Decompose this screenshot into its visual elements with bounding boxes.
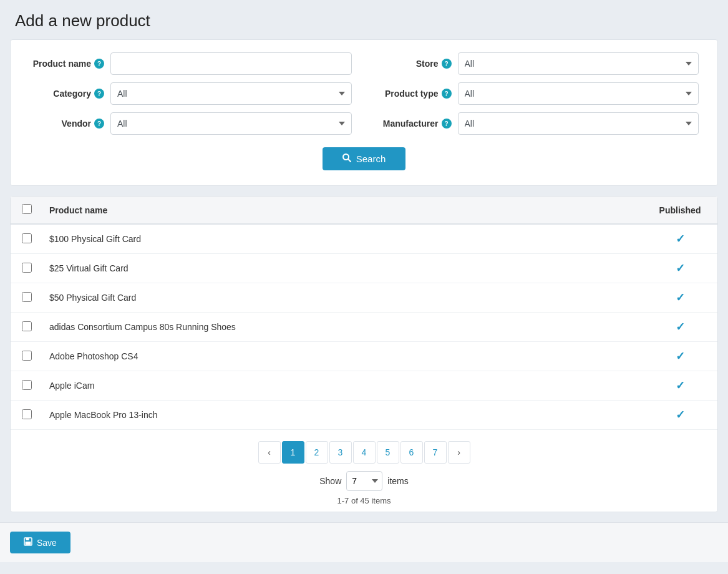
row-check-cell	[11, 371, 43, 401]
show-row: Show 7 15 25 50 100 items	[319, 471, 408, 491]
page-button-7[interactable]: 7	[424, 441, 447, 464]
table-row: $50 Physical Gift Card✓	[11, 283, 717, 313]
row-check-cell	[11, 342, 43, 371]
row-check-cell	[11, 283, 43, 313]
product-name-input[interactable]	[110, 52, 352, 75]
pagination: ‹ 1 2 3 4 5 6 7 ›	[258, 441, 470, 464]
pagination-area: ‹ 1 2 3 4 5 6 7 › Show 7 15 25 50 100	[11, 430, 717, 512]
store-row: Store ? All	[377, 52, 699, 75]
table-row: adidas Consortium Campus 80s Running Sho…	[11, 313, 717, 342]
table-row: Apple iCam✓	[11, 371, 717, 401]
vendor-row: Vendor ? All	[29, 112, 352, 135]
row-checkbox[interactable]	[22, 380, 32, 390]
row-published-cell: ✓	[643, 313, 717, 342]
select-all-checkbox[interactable]	[22, 204, 32, 214]
page-title: Add a new product	[15, 11, 713, 31]
row-checkbox[interactable]	[22, 292, 32, 302]
footer-bar: Save	[0, 522, 728, 562]
col-header-check	[11, 197, 43, 224]
vendor-select[interactable]: All	[110, 112, 352, 135]
row-check-cell	[11, 313, 43, 342]
page-button-6[interactable]: 6	[400, 441, 423, 464]
manufacturer-row: Manufacturer ? All	[377, 112, 699, 135]
show-label: Show	[319, 476, 341, 486]
row-published-cell: ✓	[643, 371, 717, 401]
product-type-help-icon[interactable]: ?	[442, 89, 452, 99]
row-product-name: $50 Physical Gift Card	[43, 283, 643, 313]
row-check-cell	[11, 254, 43, 283]
page-button-3[interactable]: 3	[329, 441, 352, 464]
save-icon	[24, 537, 32, 548]
row-checkbox[interactable]	[22, 409, 32, 419]
search-panel: Product name ? Store ? All Category	[10, 39, 718, 186]
manufacturer-select[interactable]: All	[458, 112, 699, 135]
product-name-row: Product name ?	[29, 52, 352, 75]
published-check-icon: ✓	[676, 321, 685, 333]
items-label: items	[387, 476, 408, 486]
store-help-icon[interactable]: ?	[442, 59, 452, 69]
table-row: $25 Virtual Gift Card✓	[11, 254, 717, 283]
col-header-product-name: Product name	[43, 197, 643, 224]
form-grid: Product name ? Store ? All Category	[29, 52, 699, 135]
published-check-icon: ✓	[676, 379, 685, 392]
svg-rect-3	[26, 538, 29, 540]
published-check-icon: ✓	[676, 262, 685, 275]
row-checkbox[interactable]	[22, 263, 32, 273]
page-button-5[interactable]: 5	[377, 441, 399, 464]
row-check-cell	[11, 401, 43, 430]
table-row: $100 Physical Gift Card✓	[11, 224, 717, 254]
category-select[interactable]: All	[110, 82, 352, 105]
items-count: 1-7 of 45 items	[337, 496, 391, 505]
published-check-icon: ✓	[676, 350, 685, 362]
vendor-help-icon[interactable]: ?	[94, 119, 104, 129]
product-name-label: Product name ?	[29, 59, 104, 69]
page-button-4[interactable]: 4	[353, 441, 376, 464]
product-type-select[interactable]: All	[458, 82, 699, 105]
svg-rect-4	[26, 542, 31, 545]
manufacturer-help-icon[interactable]: ?	[442, 119, 452, 129]
row-checkbox[interactable]	[22, 233, 32, 243]
store-select[interactable]: All	[458, 52, 699, 75]
product-table: Product name Published $100 Physical Gif…	[11, 197, 717, 430]
prev-page-button[interactable]: ‹	[258, 441, 281, 464]
search-btn-row: Search	[29, 147, 699, 170]
search-button[interactable]: Search	[323, 147, 406, 170]
page-button-1[interactable]: 1	[282, 441, 304, 464]
published-check-icon: ✓	[676, 233, 685, 245]
category-help-icon[interactable]: ?	[94, 89, 104, 99]
table-header-row: Product name Published	[11, 197, 717, 224]
search-icon	[342, 153, 351, 164]
page-button-2[interactable]: 2	[306, 441, 328, 464]
row-checkbox[interactable]	[22, 351, 32, 361]
table-body: $100 Physical Gift Card✓$25 Virtual Gift…	[11, 224, 717, 430]
page-header: Add a new product	[0, 0, 728, 39]
category-row: Category ? All	[29, 82, 352, 105]
store-label: Store ?	[377, 59, 452, 69]
next-page-button[interactable]: ›	[448, 441, 470, 464]
row-product-name: Apple MacBook Pro 13-inch	[43, 401, 643, 430]
row-published-cell: ✓	[643, 401, 717, 430]
row-published-cell: ✓	[643, 254, 717, 283]
manufacturer-label: Manufacturer ?	[377, 119, 452, 129]
row-product-name: $100 Physical Gift Card	[43, 224, 643, 254]
published-check-icon: ✓	[676, 409, 685, 421]
svg-line-1	[348, 159, 351, 162]
save-button[interactable]: Save	[10, 532, 70, 553]
row-published-cell: ✓	[643, 342, 717, 371]
row-product-name: adidas Consortium Campus 80s Running Sho…	[43, 313, 643, 342]
table-row: Adobe Photoshop CS4✓	[11, 342, 717, 371]
row-check-cell	[11, 224, 43, 254]
row-checkbox[interactable]	[22, 321, 32, 331]
row-published-cell: ✓	[643, 224, 717, 254]
product-type-row: Product type ? All	[377, 82, 699, 105]
items-per-page-select[interactable]: 7 15 25 50 100	[346, 471, 382, 491]
row-published-cell: ✓	[643, 283, 717, 313]
product-type-label: Product type ?	[377, 89, 452, 99]
product-name-help-icon[interactable]: ?	[94, 59, 104, 69]
row-product-name: Adobe Photoshop CS4	[43, 342, 643, 371]
main-content: Product name ? Store ? All Category	[0, 39, 728, 522]
row-product-name: Apple iCam	[43, 371, 643, 401]
category-label: Category ?	[29, 89, 104, 99]
published-check-icon: ✓	[676, 291, 685, 304]
vendor-label: Vendor ?	[29, 119, 104, 129]
